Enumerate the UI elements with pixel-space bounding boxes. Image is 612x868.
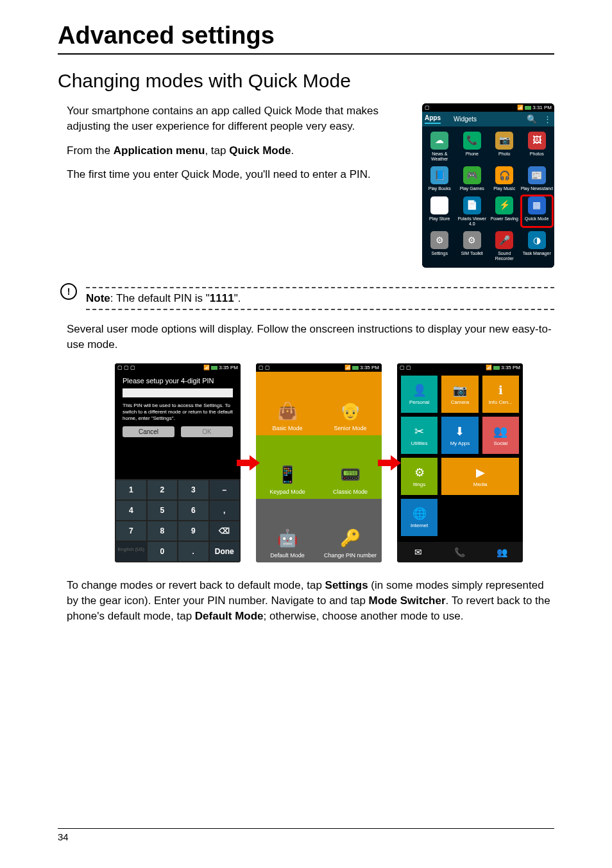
app-photos[interactable]: 🖼Photos <box>521 130 554 162</box>
tile-icon: 🌐 <box>412 507 427 521</box>
mode-tile-senior-mode[interactable]: 👴Senior Mode <box>319 372 382 435</box>
mode-icon: 🤖 <box>277 528 298 548</box>
key-4[interactable]: 4 <box>116 501 146 520</box>
mode-tile-classic-mode[interactable]: 📟Classic Mode <box>319 435 382 499</box>
app-label: Quick Mode <box>521 216 554 221</box>
app-photo[interactable]: 📷Photo <box>488 130 521 162</box>
app-icon: ⚙ <box>430 231 448 249</box>
home-tile-my-apps[interactable]: ⬇My Apps <box>441 417 478 454</box>
intro-paragraph-1: Your smartphone contains an app called Q… <box>67 103 399 134</box>
note-text: Note: The default PIN is "1111". <box>86 292 554 305</box>
bottom-bar-item[interactable]: 📞 <box>439 542 480 562</box>
key-5[interactable]: 5 <box>148 501 178 520</box>
app-power-saving[interactable]: ⚡Power Saving <box>488 195 521 227</box>
app-phone[interactable]: 📞Phone <box>456 130 489 162</box>
home-tile-media[interactable]: ▶Media <box>441 458 519 495</box>
section-heading: Changing modes with Quick Mode <box>58 70 554 92</box>
home-tile-info-cen...[interactable]: ℹInfo Cen... <box>482 376 519 413</box>
overflow-menu-icon[interactable]: ⋮ <box>543 114 552 124</box>
mode-icon: 📟 <box>340 465 361 485</box>
app-task-manager[interactable]: ◑Task Manager <box>521 230 554 262</box>
cancel-button[interactable]: Cancel <box>123 426 174 437</box>
app-icon: ☁ <box>430 132 448 150</box>
home-tile-personal[interactable]: 👤Personal <box>401 376 438 413</box>
app-sim-toolkit[interactable]: ⚙SIM Toolkit <box>456 230 489 262</box>
app-play-store[interactable]: ▶Play Store <box>423 195 456 227</box>
key-done[interactable]: Done <box>210 542 240 561</box>
key-[interactable]: – <box>210 480 240 499</box>
key-2[interactable]: 2 <box>148 480 178 499</box>
tile-label: My Apps <box>450 440 470 446</box>
home-tile-utilities[interactable]: ✂Utilities <box>401 417 438 454</box>
mode-tile-default-mode[interactable]: 🤖Default Mode <box>256 499 319 562</box>
mode-tile-change-pin-number[interactable]: 🔑Change PIN number <box>319 499 382 562</box>
app-label: Task Manager <box>521 251 554 256</box>
home-tile-social[interactable]: 👥Social <box>482 417 519 454</box>
screenshot-mode-select: ▢ ▢📶3:35 PM 👜Basic Mode👴Senior Mode📱Keyp… <box>256 363 382 562</box>
tile-label: Utilities <box>411 440 428 446</box>
app-settings[interactable]: ⚙Settings <box>423 230 456 262</box>
signal-icon: 📶 <box>344 365 351 370</box>
app-label: Photos <box>521 152 554 157</box>
arrow-icon <box>237 455 260 471</box>
tile-label: Camera <box>451 399 469 405</box>
app-label: Play Games <box>456 186 489 191</box>
app-play-games[interactable]: 🎮Play Games <box>456 165 489 193</box>
key-1[interactable]: 1 <box>116 480 146 499</box>
app-icon: 🖼 <box>528 132 546 150</box>
tab-widgets[interactable]: Widgets <box>454 116 477 123</box>
intro-paragraph-3: The first time you enter Quick Mode, you… <box>67 167 399 182</box>
tile-label: Info Cen... <box>489 399 513 405</box>
app-label: Play Store <box>423 216 456 221</box>
key-0[interactable]: 0 <box>148 542 178 561</box>
search-icon[interactable]: 🔍 <box>527 114 537 124</box>
battery-icon <box>211 366 217 370</box>
note-divider-bottom <box>86 309 554 310</box>
app-play-newsstand[interactable]: 📰Play Newsstand <box>521 165 554 193</box>
key-[interactable]: ⌫ <box>210 521 240 541</box>
mode-tile-keypad-mode[interactable]: 📱Keypad Mode <box>256 435 319 499</box>
bottom-bar-item[interactable]: ✉ <box>397 542 439 562</box>
bottom-bar-item[interactable]: 👥 <box>481 542 523 562</box>
app-play-music[interactable]: 🎧Play Music <box>488 165 521 193</box>
app-icon: 🎤 <box>495 231 513 249</box>
mode-tile-basic-mode[interactable]: 👜Basic Mode <box>256 372 319 435</box>
home-tile-camera[interactable]: 📷Camera <box>441 376 478 413</box>
pin-input[interactable] <box>123 388 233 397</box>
app-icon: ▦ <box>528 196 546 214</box>
tile-icon: ℹ <box>498 383 503 397</box>
key-8[interactable]: 8 <box>148 521 178 541</box>
after-note-paragraph: Several user mode options will display. … <box>67 322 554 352</box>
mode-icon: 👜 <box>277 401 298 421</box>
screenshot-tile-home: ▢ ▢📶3:35 PM 👤Personal📷CameraℹInfo Cen...… <box>397 363 523 562</box>
key-[interactable]: , <box>210 501 240 520</box>
app-polaris-viewer-4-0[interactable]: 📄Polaris Viewer 4.0 <box>456 195 489 227</box>
page-title: Advanced settings <box>58 22 554 49</box>
app-sound-recorder[interactable]: 🎤Sound Recorder <box>488 230 521 262</box>
home-tile-ttings[interactable]: ⚙ttings <box>401 458 438 495</box>
key-9[interactable]: 9 <box>178 521 208 541</box>
mode-label: Classic Mode <box>333 489 368 495</box>
signal-icon: 📶 <box>517 105 523 110</box>
key-6[interactable]: 6 <box>178 501 208 520</box>
app-label: Settings <box>423 251 456 256</box>
app-quick-mode[interactable]: ▦Quick Mode <box>521 195 554 227</box>
app-news-weather[interactable]: ☁News & Weather <box>423 130 456 162</box>
tile-label: Personal <box>409 399 430 405</box>
home-tile-internet[interactable]: 🌐Internet <box>401 499 438 536</box>
ok-button[interactable]: OK <box>181 426 233 437</box>
battery-icon <box>493 366 500 370</box>
app-label: Sound Recorder <box>488 251 521 261</box>
status-time: 3:35 PM <box>501 365 520 370</box>
app-play-books[interactable]: 📘Play Books <box>423 165 456 193</box>
tab-apps[interactable]: Apps <box>425 114 441 124</box>
app-label: Polaris Viewer 4.0 <box>456 216 489 226</box>
tile-label: Social <box>493 440 507 446</box>
key-7[interactable]: 7 <box>116 521 146 541</box>
key-3[interactable]: 3 <box>178 480 208 499</box>
key-[interactable]: . <box>178 542 208 561</box>
key-englishus[interactable]: English (US) <box>116 542 146 561</box>
app-icon: 📷 <box>495 132 513 150</box>
arrow-icon <box>378 455 401 471</box>
tile-icon: 👥 <box>493 424 507 438</box>
